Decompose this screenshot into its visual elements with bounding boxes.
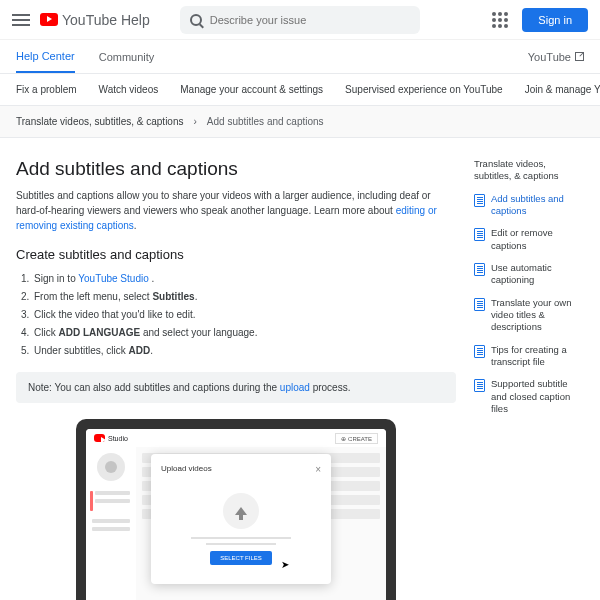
external-link-icon [575, 52, 584, 61]
page-title: Add subtitles and captions [16, 158, 456, 180]
breadcrumb: Translate videos, subtitles, & captions … [0, 106, 600, 138]
tab-help-center[interactable]: Help Center [16, 40, 75, 73]
sidebar-item-add[interactable]: Add subtitles and captions [474, 193, 584, 218]
apps-icon[interactable] [492, 12, 508, 28]
logo-text: YouTube Help [62, 12, 150, 28]
sidebar-item-supported[interactable]: Supported subtitle and closed caption fi… [474, 378, 584, 415]
youtube-link[interactable]: YouTube [528, 51, 584, 63]
step-5: Under subtitles, click ADD. [32, 342, 456, 360]
subnav-fix[interactable]: Fix a problem [16, 84, 77, 95]
note-box: Note: You can also add subtitles and cap… [16, 372, 456, 403]
modal-title: Upload videos [161, 464, 212, 475]
step-3: Click the video that you'd like to edit. [32, 306, 456, 324]
sidebar-title: Translate videos, subtitles, & captions [474, 158, 584, 183]
upload-link[interactable]: upload [280, 382, 310, 393]
search-box[interactable] [180, 6, 420, 34]
step-2: From the left menu, select Subtitles. [32, 288, 456, 306]
search-icon [190, 14, 202, 26]
subnav-premium[interactable]: Join & manage YouTube Premium [525, 84, 600, 95]
upload-modal: Upload videos × SELECT FILES ➤ [151, 454, 331, 584]
tab-community[interactable]: Community [99, 40, 155, 73]
doc-icon [474, 263, 485, 276]
breadcrumb-parent[interactable]: Translate videos, subtitles, & captions [16, 116, 184, 127]
select-files-button: SELECT FILES [210, 551, 272, 565]
breadcrumb-current: Add subtitles and captions [207, 116, 324, 127]
intro-text: Subtitles and captions allow you to shar… [16, 188, 456, 233]
doc-icon [474, 194, 485, 207]
subnav-supervised[interactable]: Supervised experience on YouTube [345, 84, 503, 95]
upload-icon [223, 493, 259, 529]
menu-icon[interactable] [12, 14, 30, 26]
search-input[interactable] [210, 14, 410, 26]
create-button: ⊕ CREATE [335, 433, 378, 444]
youtube-icon [40, 13, 58, 26]
sidebar-item-auto[interactable]: Use automatic captioning [474, 262, 584, 287]
step-1: Sign in to YouTube Studio . [32, 270, 456, 288]
close-icon: × [315, 464, 321, 475]
doc-icon [474, 379, 485, 392]
section-heading: Create subtitles and captions [16, 247, 456, 262]
studio-logo: Studio [94, 434, 128, 442]
step-4: Click ADD LANGUAGE and select your langu… [32, 324, 456, 342]
studio-link[interactable]: YouTube Studio [78, 273, 148, 284]
doc-icon [474, 345, 485, 358]
logo[interactable]: YouTube Help [40, 12, 150, 28]
sidebar-item-edit[interactable]: Edit or remove captions [474, 227, 584, 252]
chevron-right-icon: › [194, 116, 197, 127]
cursor-icon: ➤ [281, 559, 289, 570]
sidebar-item-translate[interactable]: Translate your own video titles & descri… [474, 297, 584, 334]
subnav-manage[interactable]: Manage your account & settings [180, 84, 323, 95]
signin-button[interactable]: Sign in [522, 8, 588, 32]
doc-icon [474, 228, 485, 241]
avatar [97, 453, 125, 481]
subnav-watch[interactable]: Watch videos [99, 84, 159, 95]
sidebar-item-tips[interactable]: Tips for creating a transcript file [474, 344, 584, 369]
preview-image: Studio ⊕ CREATE [16, 419, 456, 600]
doc-icon [474, 298, 485, 311]
